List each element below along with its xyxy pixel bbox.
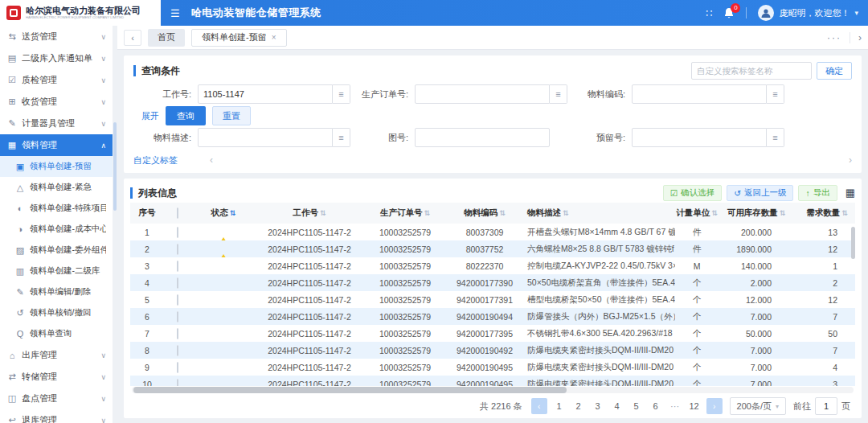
material-desc-input[interactable] <box>198 128 333 147</box>
table-row[interactable]: 12024HPC1105-1147-21000325257980037309开槽… <box>130 224 855 240</box>
page-button-6[interactable]: 6 <box>648 398 664 414</box>
sort-icon[interactable]: ⇅ <box>841 209 848 217</box>
user-menu[interactable]: 庞昭明，欢迎您！ ▾ <box>758 5 858 21</box>
table-row[interactable]: 42024HPC1105-1147-2100032525799420001773… <box>130 274 855 291</box>
custom-tag-link[interactable]: 自定义标签 <box>133 154 178 166</box>
row-checkbox[interactable] <box>177 261 178 272</box>
column-header-material_desc[interactable]: 物料描述⇅ <box>522 203 675 224</box>
confirm-select-button[interactable]: ☑确认选择 <box>663 185 722 201</box>
work-no-input[interactable] <box>198 84 333 104</box>
column-header-status[interactable]: 状态⇅ <box>191 203 256 224</box>
row-checkbox[interactable] <box>177 294 178 306</box>
search-button[interactable]: 查询 <box>166 106 206 125</box>
column-header-demand_qty[interactable]: 需求数量⇅ <box>794 203 855 224</box>
sidebar-item-create-urgent[interactable]: △领料单创建-紧急 <box>0 177 113 198</box>
sidebar-item-delivery[interactable]: ⇆送货管理∨ <box>0 26 113 47</box>
sidebar-item-create-cost-center[interactable]: ◑领料单创建-成本中心 <box>0 219 113 240</box>
drawing-no-input[interactable] <box>415 128 550 147</box>
page-button-12[interactable]: 12 <box>686 398 702 414</box>
sidebar-scrollbar[interactable] <box>113 26 117 423</box>
sort-icon[interactable]: ⇅ <box>780 209 786 217</box>
sidebar-item-writeoff-recall[interactable]: ↺领料单核销/撤回 <box>0 302 113 323</box>
sidebar-item-query[interactable]: Q领料单查询 <box>0 323 113 344</box>
filter-icon[interactable]: ≡ <box>333 84 350 104</box>
prev-page-button[interactable]: ‹ <box>531 398 547 414</box>
row-checkbox[interactable] <box>177 379 178 387</box>
fullscreen-icon[interactable]: ∷ <box>706 7 712 19</box>
column-header-material_code[interactable]: 物料编码⇅ <box>447 203 522 224</box>
sort-icon[interactable]: ⇅ <box>320 209 326 217</box>
table-row[interactable]: 72024HPC1105-1147-2100032525799420001773… <box>130 325 855 342</box>
column-header-order_no[interactable]: 生产订单号⇅ <box>363 203 447 224</box>
next-page-button[interactable]: › <box>706 398 723 414</box>
table-horizontal-scrollbar[interactable] <box>132 387 854 393</box>
row-checkbox[interactable] <box>177 244 178 255</box>
reset-button[interactable]: 重置 <box>212 106 251 125</box>
row-checkbox[interactable] <box>177 277 178 289</box>
notification-bell-icon[interactable]: 0 <box>723 7 735 19</box>
sidebar-item-material-request[interactable]: ▦领料管理∧ <box>0 134 113 156</box>
tab-home[interactable]: 首页 <box>148 29 185 47</box>
sidebar-item-stocktake[interactable]: ◫盘点管理∨ <box>0 388 113 409</box>
column-settings-icon[interactable]: ▦ <box>845 187 855 199</box>
page-size-select[interactable]: 200条/页▾ <box>730 397 786 415</box>
page-button-5[interactable]: 5 <box>628 398 645 414</box>
row-checkbox[interactable] <box>177 362 178 373</box>
row-checkbox[interactable] <box>177 345 178 356</box>
sidebar-item-create-outsource[interactable]: ▨领料单创建-委外组件 <box>0 240 113 261</box>
table-row[interactable]: 32024HPC1105-1147-21000325257980222370控制… <box>130 257 855 274</box>
tab-more-icon[interactable]: ··· <box>827 32 841 43</box>
sort-icon[interactable]: ⇅ <box>563 209 569 217</box>
page-button-3[interactable]: 3 <box>590 398 606 414</box>
filter-icon[interactable]: ≡ <box>767 84 784 104</box>
table-row[interactable]: 82024HPC1105-1147-2100032525799420001904… <box>130 342 855 359</box>
tab-material-request-create-reserve[interactable]: 领料单创建-预留 × <box>191 29 287 47</box>
confirm-button[interactable]: 确定 <box>817 62 852 80</box>
sidebar-item-quality[interactable]: ☑质检管理∨ <box>0 69 113 91</box>
sort-icon[interactable]: ⇅ <box>230 209 236 217</box>
sidebar-item-return[interactable]: ↩退库管理∨ <box>0 409 113 423</box>
filter-icon[interactable]: ≡ <box>550 84 567 104</box>
page-button-4[interactable]: 4 <box>609 398 625 414</box>
custom-tag-search-input[interactable] <box>691 62 812 80</box>
sidebar-toggle-icon[interactable]: ☰ <box>170 7 180 19</box>
page-button-1[interactable]: 1 <box>551 398 567 414</box>
sidebar-scrollbar-thumb[interactable] <box>113 122 117 211</box>
sidebar-item-create-secondary[interactable]: ▥领料单创建-二级库 <box>0 261 113 281</box>
column-header-stock_qty[interactable]: 可用库存数量⇅ <box>719 203 794 224</box>
tab-back-arrow[interactable]: ‹ <box>124 30 141 46</box>
tag-forward-arrow[interactable]: › <box>849 154 852 166</box>
row-checkbox[interactable] <box>177 227 178 238</box>
column-header-work_no[interactable]: 工作号⇅ <box>256 203 363 224</box>
row-checkbox[interactable] <box>177 311 178 322</box>
expand-link[interactable]: 展开 <box>141 110 159 122</box>
sidebar-item-transfer[interactable]: ⇄转储管理∨ <box>0 366 113 388</box>
material-code-input[interactable] <box>632 84 767 104</box>
production-order-no-input[interactable] <box>415 84 550 104</box>
table-row[interactable]: 22024HPC1105-1147-21000325257980037752六角… <box>130 240 855 257</box>
back-up-level-button[interactable]: ↺返回上一级 <box>727 185 793 201</box>
tag-collapse-arrow[interactable]: ‹ <box>210 154 213 166</box>
table-vertical-scrollbar[interactable] <box>851 227 855 259</box>
filter-icon[interactable]: ≡ <box>767 128 784 147</box>
sort-icon[interactable]: ⇅ <box>499 209 506 217</box>
sidebar-item-create-reserve[interactable]: ▣领料单创建-预留 <box>0 156 113 177</box>
export-button[interactable]: ↑导出 <box>798 185 837 201</box>
sidebar-item-secondary-inbound-notice[interactable]: ▤二级库入库通知单∨ <box>0 47 113 69</box>
sidebar-item-create-special[interactable]: ◐领料单创建-特殊项目 <box>0 198 113 219</box>
row-checkbox[interactable] <box>177 328 178 339</box>
tab-forward-arrow[interactable]: › <box>850 32 862 43</box>
sidebar-item-receiving[interactable]: ⊞收货管理∨ <box>0 91 113 113</box>
filter-icon[interactable]: ≡ <box>333 128 350 147</box>
table-horizontal-scrollbar-thumb[interactable] <box>133 387 567 393</box>
sort-icon[interactable]: ⇅ <box>424 209 430 217</box>
table-row[interactable]: 92024HPC1105-1147-2100032525799420001904… <box>130 359 855 376</box>
reserve-no-input[interactable] <box>632 128 767 147</box>
column-header-unit[interactable]: 计量单位⇅ <box>675 203 719 224</box>
sidebar-item-outbound[interactable]: ⌂出库管理∨ <box>0 344 113 366</box>
close-icon[interactable]: × <box>272 33 276 42</box>
sidebar-item-measuring-tools[interactable]: ✎计量器具管理∨ <box>0 113 113 134</box>
sort-icon[interactable]: ⇅ <box>711 209 718 217</box>
table-row[interactable]: 52024HPC1105-1147-2100032525799420001773… <box>130 291 855 308</box>
goto-page-input[interactable] <box>815 397 837 415</box>
